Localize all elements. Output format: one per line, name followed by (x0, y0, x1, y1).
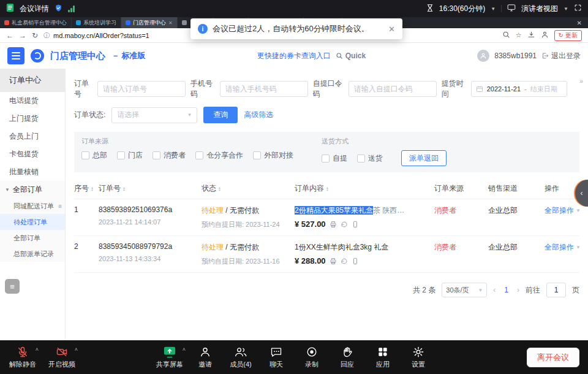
share-options-chevron-icon[interactable]: ˄ (183, 346, 186, 353)
checkbox-self-pickup[interactable]: 自提 (322, 153, 347, 164)
prev-page-icon[interactable]: ‹ (493, 286, 496, 294)
sort-icon[interactable]: ▲▼ (91, 186, 94, 191)
bookmark-star-icon[interactable]: ☆ (516, 31, 522, 39)
webapp-page: 门店管理中心 － 标准版 更快捷的券卡查询入口 Quick 8385wb1991 (0, 43, 588, 340)
user-avatar[interactable] (477, 50, 489, 62)
pickup-code-input[interactable] (349, 81, 437, 97)
browser-update-button[interactable]: ↻更新 (554, 30, 582, 41)
printer-icon[interactable] (330, 221, 337, 228)
order-time: 2023-11-13 14:33:34 (99, 255, 202, 262)
phone-input[interactable] (220, 81, 308, 97)
sort-icon[interactable]: ▲▼ (218, 186, 221, 191)
apps-button[interactable]: 应用 (369, 346, 397, 369)
tab-close-icon[interactable]: ✕ (168, 20, 173, 26)
drag-handle-icon[interactable]: ≡ (58, 203, 62, 210)
floating-list-widget[interactable]: ≡ (5, 279, 20, 294)
sales-channel: 企业总部 (488, 205, 545, 216)
url-text[interactable]: md.maboy.cn/AllOrder?status=1 (53, 32, 149, 39)
col-source: 订单来源 (434, 183, 488, 194)
chevron-down-icon: ▼ (5, 187, 10, 193)
tab-title: 系统培训学习 (83, 19, 116, 27)
sidebar-group-all-orders[interactable]: ▼ 全部订单 (0, 181, 65, 198)
share-icon[interactable] (341, 258, 348, 265)
start-video-button[interactable]: 开启视频 ˄ (48, 346, 76, 369)
mic-options-chevron-icon[interactable]: ˄ (36, 346, 39, 353)
goto-page-input[interactable] (546, 283, 566, 297)
coupon-query-link[interactable]: 更快捷的券卡查询入口 (257, 51, 331, 61)
start-date-value[interactable]: 2022-11-21 (487, 85, 521, 93)
meeting-details-label[interactable]: 会议详情 (20, 4, 49, 14)
sidebar-item-hq-dispatch-records[interactable]: 总部派单记录 (0, 246, 65, 262)
order-no-input[interactable] (97, 81, 186, 97)
order-status-select[interactable]: 请选择 ▼ (111, 107, 197, 123)
dispatch-return-button[interactable]: 派单退回 (401, 150, 447, 166)
shield-check-icon[interactable] (55, 4, 62, 14)
forward-icon[interactable]: → (19, 31, 26, 40)
share-icon[interactable] (341, 221, 348, 228)
browser-tab-1[interactable]: 礼盒易销平台管理中心 (0, 17, 72, 28)
order-number[interactable]: 83859345088979792a (99, 242, 202, 251)
checkbox-store[interactable]: 门店 (117, 150, 143, 161)
video-options-chevron-icon[interactable]: ˄ (75, 346, 78, 353)
share-screen-button[interactable]: 共享屏幕 ˄ (156, 346, 184, 369)
view-chevron-down-icon[interactable]: ▼ (564, 6, 568, 12)
checkbox-external[interactable]: 外部对接 (253, 150, 293, 161)
advanced-filter-link[interactable]: 高级筛选 (244, 110, 273, 120)
sidebar-item-card-pickup[interactable]: 卡包提货 (0, 145, 65, 163)
checkbox-hq[interactable]: 总部 (81, 150, 107, 161)
phone-icon[interactable] (352, 258, 359, 265)
timer-chevron-down-icon[interactable]: ▼ (491, 6, 496, 12)
fullscreen-icon[interactable] (574, 4, 582, 13)
toast-close-icon[interactable]: ✕ (388, 25, 395, 34)
quick-search[interactable]: Quick (336, 52, 366, 60)
browser-tab-2[interactable]: 系统培训学习 (72, 17, 121, 28)
view-mode-label[interactable]: 演讲者视图 (521, 4, 558, 14)
chat-button[interactable]: 聊天 (262, 346, 290, 369)
sidebar-item-all-orders[interactable]: 全部订单 (0, 230, 65, 246)
sort-icon[interactable]: ▲▼ (326, 186, 329, 191)
checkbox-delivery[interactable]: 送货 (357, 153, 383, 164)
members-button[interactable]: 成员(4) (227, 346, 255, 369)
checkbox-consumer[interactable]: 消费者 (153, 150, 186, 161)
sidebar-item-city-delivery[interactable]: 同城配送订单 ≡ (0, 198, 65, 214)
all-actions-dropdown[interactable]: 全部操作▼ (545, 242, 587, 253)
checkbox-warehouse-share[interactable]: 仓分享合作 (195, 150, 243, 161)
reload-icon[interactable]: ↻ (32, 31, 38, 40)
browser-tab-3-active[interactable]: 门店管理中心✕ (121, 17, 178, 28)
sidebar-item-batch-verify[interactable]: 批量核销 (0, 163, 65, 181)
unmute-button[interactable]: 解除静音 ˄ (9, 346, 37, 369)
sort-icon[interactable]: ▲▼ (123, 186, 126, 191)
username[interactable]: 8385wb1991 (494, 52, 537, 60)
network-signal-icon[interactable] (68, 6, 75, 12)
record-button[interactable]: 录制 (298, 346, 326, 369)
sidebar-item-member-visit[interactable]: 会员上门 (0, 128, 65, 145)
back-icon[interactable]: ← (6, 31, 13, 40)
search-icon[interactable] (502, 31, 510, 40)
sidebar-item-door-pickup[interactable]: 上门提货 (0, 110, 65, 128)
invite-button[interactable]: 邀请 (191, 346, 219, 369)
phone-icon[interactable] (352, 221, 359, 228)
logout-button[interactable]: 退出登录 (541, 51, 581, 61)
next-page-icon[interactable]: › (517, 286, 519, 294)
sidebar-item-pending-orders[interactable]: 待处理订单 (0, 214, 65, 230)
settings-button[interactable]: 设置 (404, 346, 432, 369)
collapse-panel-icon[interactable]: » (579, 77, 583, 85)
printer-icon[interactable] (330, 258, 337, 265)
date-range-picker[interactable]: 2022-11-21 - 结束日期 (471, 81, 567, 97)
current-page[interactable]: 1 (502, 286, 511, 294)
search-button[interactable]: 查询 (203, 107, 238, 123)
reactions-button[interactable]: 回应 (333, 346, 361, 369)
hamburger-menu-icon[interactable] (7, 47, 24, 64)
order-content-selected[interactable]: 2份精品大果85苹果礼盒 (295, 206, 373, 215)
window-close-icon[interactable]: ✕ (571, 17, 588, 28)
site-info-icon[interactable]: ⓘ (43, 31, 50, 40)
page-size-select[interactable]: 30条/页▼ (442, 283, 487, 297)
chevron-down-icon: ▼ (576, 208, 581, 213)
leave-meeting-button[interactable]: 离开会议 (527, 348, 579, 367)
end-date-placeholder[interactable]: 结束日期 (530, 85, 557, 94)
download-icon[interactable] (527, 31, 535, 40)
order-number[interactable]: 83859389251069376a (99, 205, 202, 214)
sidebar-item-phone-pickup[interactable]: 电话提货 (0, 92, 65, 110)
all-actions-dropdown[interactable]: 全部操作▼ (545, 205, 587, 216)
profile-icon[interactable] (541, 31, 549, 40)
